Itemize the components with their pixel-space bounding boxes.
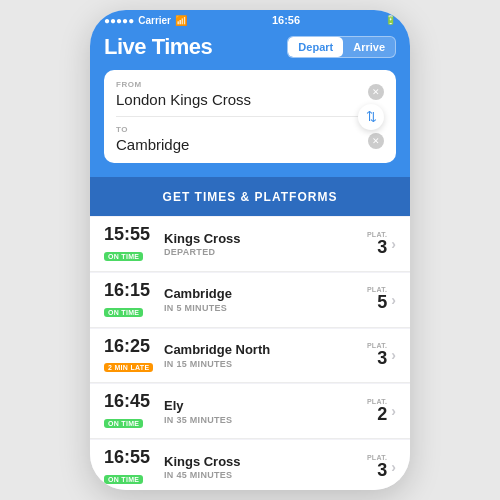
train-row[interactable]: 16:15 ON TIME Cambridge IN 5 MINUTES PLA… <box>90 273 410 328</box>
train-destination: Cambridge <box>164 286 367 302</box>
clock: 16:56 <box>272 14 300 26</box>
search-section: FROM London Kings Cross ✕ TO Cambridge ✕… <box>90 70 410 177</box>
status-badge: ON TIME <box>104 475 143 484</box>
phone-frame: ●●●●● Carrier 📶 16:56 🔋 Live Times Depar… <box>90 10 410 490</box>
train-info-col: Kings Cross IN 45 MINUTES <box>156 454 367 481</box>
train-sub-info: DEPARTED <box>164 247 367 257</box>
chevron-right-icon: › <box>391 403 396 419</box>
train-destination: Cambridge North <box>164 342 367 358</box>
train-destination: Kings Cross <box>164 231 367 247</box>
train-info-col: Cambridge IN 5 MINUTES <box>156 286 367 313</box>
platform-number: 5 <box>367 293 387 313</box>
battery-icon: 🔋 <box>385 15 396 25</box>
train-row[interactable]: 16:25 2 MIN LATE Cambridge North IN 15 M… <box>90 329 410 384</box>
train-platform-col: PLAT. 3 <box>367 342 387 369</box>
signal-area: ●●●●● Carrier 📶 <box>104 15 187 26</box>
chevron-right-icon: › <box>391 347 396 363</box>
status-badge: ON TIME <box>104 252 143 261</box>
arrive-tab[interactable]: Arrive <box>343 37 395 57</box>
get-times-button[interactable]: GET TIMES & PLATFORMS <box>104 188 396 206</box>
chevron-right-icon: › <box>391 459 396 475</box>
depart-arrive-tabs[interactable]: Depart Arrive <box>287 36 396 58</box>
app-title: Live Times <box>104 34 212 60</box>
from-field[interactable]: FROM London Kings Cross <box>116 80 384 108</box>
depart-tab[interactable]: Depart <box>288 37 343 57</box>
swap-button[interactable]: ⇅ <box>358 104 384 130</box>
trains-list: 15:55 ON TIME Kings Cross DEPARTED PLAT.… <box>90 216 410 490</box>
train-time: 16:45 <box>104 392 156 412</box>
status-badge: 2 MIN LATE <box>104 363 153 372</box>
train-destination: Kings Cross <box>164 454 367 470</box>
train-sub-info: IN 15 MINUTES <box>164 359 367 369</box>
train-destination: Ely <box>164 398 367 414</box>
to-value: Cambridge <box>116 136 384 153</box>
train-info-col: Ely IN 35 MINUTES <box>156 398 367 425</box>
train-info-col: Cambridge North IN 15 MINUTES <box>156 342 367 369</box>
clear-to-icon[interactable]: ✕ <box>368 133 384 149</box>
platform-number: 3 <box>367 238 387 258</box>
train-time: 16:55 <box>104 448 156 468</box>
search-card: FROM London Kings Cross ✕ TO Cambridge ✕… <box>104 70 396 163</box>
train-platform-col: PLAT. 3 <box>367 454 387 481</box>
train-row[interactable]: 16:55 ON TIME Kings Cross IN 45 MINUTES … <box>90 440 410 490</box>
status-badge: ON TIME <box>104 308 143 317</box>
to-label: TO <box>116 125 384 134</box>
clear-from-icon[interactable]: ✕ <box>368 84 384 100</box>
train-sub-info: IN 5 MINUTES <box>164 303 367 313</box>
train-row[interactable]: 16:45 ON TIME Ely IN 35 MINUTES PLAT. 2 … <box>90 384 410 439</box>
platform-number: 2 <box>367 405 387 425</box>
train-row[interactable]: 15:55 ON TIME Kings Cross DEPARTED PLAT.… <box>90 217 410 272</box>
platform-number: 3 <box>367 349 387 369</box>
from-label: FROM <box>116 80 384 89</box>
field-divider <box>116 116 384 117</box>
app-header: Live Times Depart Arrive <box>90 28 410 70</box>
wifi-icon: 📶 <box>175 15 187 26</box>
status-badge: ON TIME <box>104 419 143 428</box>
train-time-col: 16:25 2 MIN LATE <box>104 337 156 375</box>
train-platform-col: PLAT. 2 <box>367 398 387 425</box>
signal-dots-icon: ●●●●● <box>104 15 134 26</box>
train-time-col: 15:55 ON TIME <box>104 225 156 263</box>
status-bar: ●●●●● Carrier 📶 16:56 🔋 <box>90 10 410 28</box>
platform-number: 3 <box>367 461 387 481</box>
train-sub-info: IN 35 MINUTES <box>164 415 367 425</box>
train-time-col: 16:45 ON TIME <box>104 392 156 430</box>
chevron-right-icon: › <box>391 292 396 308</box>
train-platform-col: PLAT. 3 <box>367 231 387 258</box>
train-time-col: 16:55 ON TIME <box>104 448 156 486</box>
train-info-col: Kings Cross DEPARTED <box>156 231 367 258</box>
from-value: London Kings Cross <box>116 91 384 108</box>
train-sub-info: IN 45 MINUTES <box>164 470 367 480</box>
to-field[interactable]: TO Cambridge <box>116 125 384 153</box>
train-time-col: 16:15 ON TIME <box>104 281 156 319</box>
train-time: 16:15 <box>104 281 156 301</box>
chevron-right-icon: › <box>391 236 396 252</box>
cta-section: GET TIMES & PLATFORMS <box>90 177 410 216</box>
train-platform-col: PLAT. 5 <box>367 286 387 313</box>
train-time: 16:25 <box>104 337 156 357</box>
train-time: 15:55 <box>104 225 156 245</box>
carrier-label: Carrier <box>138 15 171 26</box>
